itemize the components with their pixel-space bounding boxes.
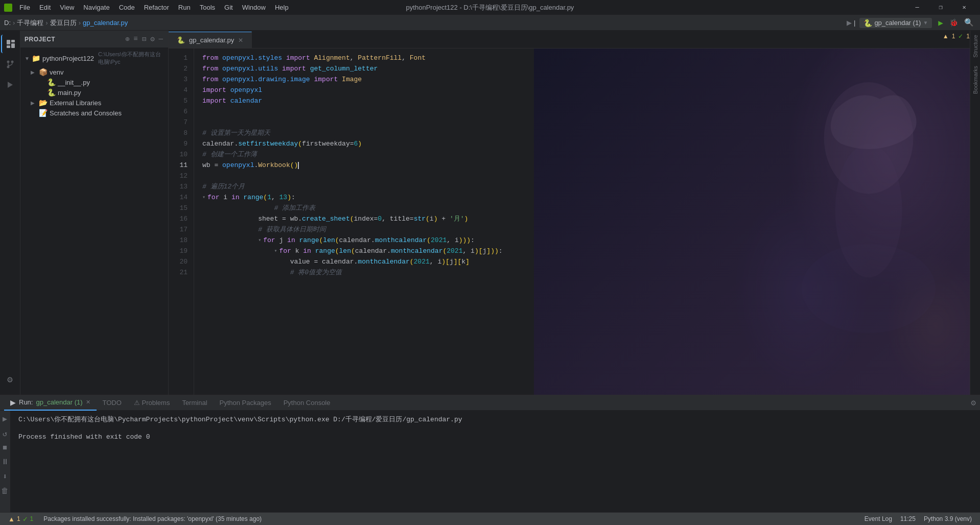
status-right: Event Log 11:25 Python 3.9 (venv) — [860, 513, 976, 526]
menu-file[interactable]: File — [15, 3, 34, 12]
line-num-5: 5 — [169, 96, 194, 106]
tab-close-button[interactable]: ✕ — [238, 37, 243, 44]
tree-root[interactable]: ▼ 📁 pythonProject122 C:\Users\你不配拥有这台电脑\… — [20, 50, 168, 67]
bc-folder1[interactable]: 千寻编程 — [17, 18, 43, 28]
panel-collapse-icon[interactable]: ≡ — [132, 34, 138, 44]
activity-run-icon[interactable] — [1, 76, 19, 94]
tree-scratches[interactable]: 📝 Scratches and Consoles — [20, 108, 168, 118]
status-bar: ▲ 1 ✓ 1 Packages installed successfully:… — [0, 512, 980, 525]
bottom-tab-run[interactable]: ▶ Run: gp_calendar (1) ✕ — [4, 395, 97, 411]
editor-area: 🐍 gp_calendar.py ✕ ▲ 1 ✓ 1 — [169, 31, 980, 395]
line-num-6: 6 — [169, 106, 194, 117]
menu-run[interactable]: Run — [174, 3, 195, 12]
editor-tab-gp-calendar[interactable]: 🐍 gp_calendar.py ✕ — [169, 32, 252, 48]
menu-help[interactable]: Help — [271, 3, 293, 12]
run-config-indicator: | — [854, 19, 855, 27]
panel-title: Project — [25, 36, 55, 43]
run-config-name: gp_calendar (1) — [874, 19, 921, 27]
tree-ext-libs[interactable]: ▶ 📂 External Libraries — [20, 98, 168, 108]
close-button[interactable]: ✕ — [952, 0, 976, 15]
maximize-button[interactable]: ❐ — [929, 0, 952, 15]
bottom-tab-python-packages[interactable]: Python Packages — [214, 395, 277, 411]
status-python-version[interactable]: Python 3.9 (venv) — [920, 513, 976, 526]
bc-drive[interactable]: D: — [4, 19, 11, 27]
check-count: 1 — [966, 33, 970, 40]
panel-expand-icon[interactable]: ⊟ — [141, 34, 147, 44]
line-num-18: 18 — [169, 235, 194, 246]
code-container: 1 2 3 4 5 6 7 8 9 10 11 12 13 14 15 16 1… — [169, 49, 980, 395]
code-line-5: import calendar — [194, 96, 980, 106]
run-output-play-button[interactable]: ▶ — [1, 413, 9, 425]
run-output-clear-icon[interactable]: 🗑 — [0, 485, 10, 497]
svg-rect-2 — [11, 40, 15, 42]
tree-init[interactable]: 🐍 __init__.py — [20, 77, 168, 87]
menu-edit[interactable]: Edit — [35, 3, 55, 12]
tree-init-icon: 🐍 — [47, 78, 56, 86]
tree-ext-icon: 📂 — [39, 99, 48, 107]
panel-actions: ⊕ ≡ ⊟ ⚙ — — [124, 34, 164, 44]
debug-button[interactable]: 🐞 — [949, 18, 958, 27]
bottom-tab-bar: ▶ Run: gp_calendar (1) ✕ TODO ⚠ Problems… — [0, 395, 980, 411]
line-num-7: 7 — [169, 117, 194, 128]
activity-settings-icon[interactable]: ⚙ — [1, 370, 19, 389]
menu-window[interactable]: Window — [238, 3, 270, 12]
run-result-text: Process finished with exit code 0 — [18, 433, 972, 441]
line-num-16: 16 — [169, 213, 194, 224]
search-button[interactable]: 🔍 — [962, 17, 976, 29]
run-configuration[interactable]: 🐍 gp_calendar (1) ▼ — [859, 18, 932, 28]
tab-bar: 🐍 gp_calendar.py ✕ ▲ 1 ✓ 1 — [169, 31, 980, 49]
tab-label: gp_calendar.py — [189, 36, 234, 44]
run-output-pause-icon[interactable]: ⏸ — [0, 456, 10, 468]
bottom-tab-todo[interactable]: TODO — [97, 395, 128, 411]
menu-navigate[interactable]: Navigate — [79, 3, 113, 12]
menu-view[interactable]: View — [56, 3, 78, 12]
run-tab-icon: ▶ — [10, 398, 16, 407]
run-tab-close[interactable]: ✕ — [86, 399, 90, 405]
code-line-9: calendar.setfirstweekday(firstweekday=6) — [194, 138, 980, 149]
run-button[interactable]: ▶ — [936, 17, 945, 29]
line-num-11: 11 — [169, 160, 194, 171]
menu-code[interactable]: Code — [115, 3, 139, 12]
tree-root-icon: 📁 — [32, 54, 40, 62]
code-line-18: ▾for j in range(len(calendar.monthcalend… — [194, 235, 980, 246]
code-line-3: from openpyxl.drawing.image import Image — [194, 74, 980, 85]
tree-main[interactable]: 🐍 main.py — [20, 87, 168, 98]
bc-file[interactable]: gp_calendar.py — [83, 19, 128, 27]
tree-root-path: C:\Users\你不配拥有这台电脑\Pyc — [98, 51, 164, 66]
warning-icon: ▲ — [943, 33, 949, 40]
bottom-tab-python-console[interactable]: Python Console — [277, 395, 337, 411]
panel-settings-icon[interactable]: ⚙ — [149, 34, 155, 44]
run-output-scroll-icon[interactable]: ⬇ — [1, 470, 9, 483]
run-command-text: C:\Users\你不配拥有这台电脑\PycharmProjects\pytho… — [18, 415, 972, 424]
activity-bar: ⚙ — [0, 31, 20, 395]
code-content[interactable]: from openpyxl.styles import Alignment, P… — [194, 49, 980, 395]
svg-point-6 — [11, 61, 13, 63]
line-num-4: 4 — [169, 85, 194, 96]
panel-close-icon[interactable]: — — [158, 34, 164, 44]
minimize-button[interactable]: — — [905, 0, 929, 15]
bottom-panel: ▶ Run: gp_calendar (1) ✕ TODO ⚠ Problems… — [0, 395, 980, 512]
status-event-log[interactable]: Event Log — [860, 513, 896, 526]
activity-vcs-icon[interactable] — [1, 55, 19, 74]
toolbar-right: ▶ | 🐍 gp_calendar (1) ▼ ▶ 🐞 🔍 — [847, 17, 976, 29]
bc-folder2[interactable]: 爱豆日历 — [50, 18, 77, 28]
line-num-17: 17 — [169, 224, 194, 235]
line-num-15: 15 — [169, 203, 194, 213]
tree-venv[interactable]: ▶ 📦 venv — [20, 67, 168, 77]
menu-tools[interactable]: Tools — [196, 3, 219, 12]
run-output-rerun-icon[interactable]: ↺ — [1, 427, 9, 440]
code-line-15: # 添加工作表 — [194, 203, 980, 213]
window-controls: — ❐ ✕ — [905, 0, 976, 15]
run-output: C:\Users\你不配拥有这台电脑\PycharmProjects\pytho… — [10, 411, 980, 512]
bottom-tab-problems[interactable]: ⚠ Problems — [128, 395, 176, 411]
activity-project-icon[interactable] — [1, 35, 19, 53]
bottom-settings-button[interactable]: ⚙ — [971, 398, 976, 408]
tree-venv-arrow: ▶ — [31, 69, 37, 75]
bottom-tab-terminal[interactable]: Terminal — [176, 395, 213, 411]
line-num-19: 19 — [169, 246, 194, 256]
panel-locate-icon[interactable]: ⊕ — [124, 34, 130, 44]
menu-git[interactable]: Git — [220, 3, 237, 12]
menu-refactor[interactable]: Refactor — [140, 3, 173, 12]
run-output-stop-icon[interactable]: ■ — [1, 442, 9, 454]
status-warning-item[interactable]: ▲ 1 ✓ 1 — [4, 513, 37, 526]
